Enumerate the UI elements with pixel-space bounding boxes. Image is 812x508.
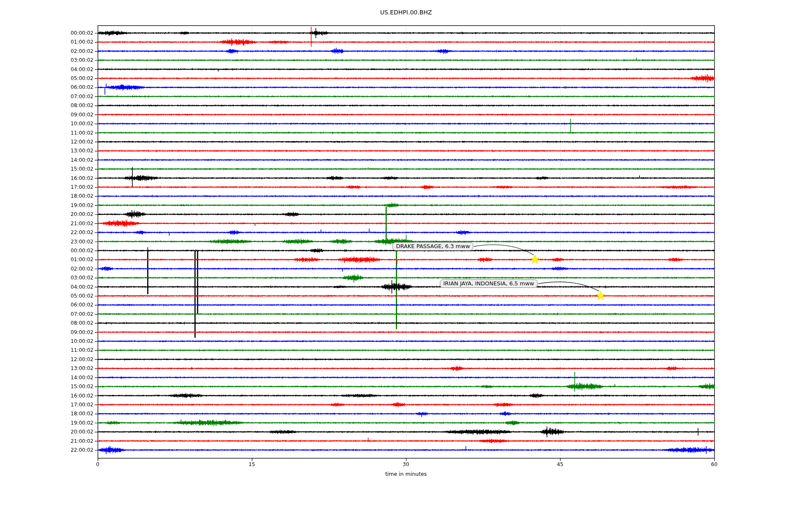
chart-title: US.EDHPI.00.BHZ [0,9,812,16]
y-tick-label: 00:00:02 [0,30,93,36]
y-tick-label: 04:00:02 [0,284,93,290]
y-tick-label: 09:00:02 [0,329,93,335]
x-tick-label: 45 [557,461,563,467]
y-tick-label: 13:00:02 [0,148,93,154]
y-tick-label: 20:00:02 [0,211,93,217]
x-tick-label: 15 [249,461,255,467]
y-tick-label: 08:00:02 [0,320,93,326]
y-tick-label: 06:00:02 [0,84,93,90]
y-tick-label: 02:00:02 [0,266,93,272]
y-tick-label: 15:00:02 [0,384,93,389]
y-tick-label: 18:00:02 [0,411,93,417]
y-tick-label: 01:00:02 [0,39,93,45]
y-tick-label: 17:00:02 [0,402,93,408]
y-tick-label: 19:00:02 [0,420,93,426]
event-annotation: DRAKE PASSAGE, 6.3 mww [392,242,473,251]
y-tick-label: 12:00:02 [0,139,93,145]
y-tick-label: 05:00:02 [0,75,93,81]
x-tick-label: 0 [96,461,99,467]
x-tick-label: 30 [403,461,409,467]
seismogram-figure: US.EDHPI.00.BHZ 00:00:0201:00:0202:00:02… [0,0,812,508]
y-tick-label: 17:00:02 [0,184,93,190]
y-tick-label: 18:00:02 [0,193,93,199]
y-tick-label: 14:00:02 [0,157,93,163]
y-tick-label: 07:00:02 [0,94,93,99]
y-tick-label: 12:00:02 [0,356,93,362]
y-tick-label: 04:00:02 [0,66,93,72]
x-axis-title: time in minutes [0,471,812,477]
y-tick-label: 03:00:02 [0,275,93,281]
y-tick-label: 22:00:02 [0,447,93,453]
y-tick-label: 02:00:02 [0,48,93,54]
y-tick-label: 08:00:02 [0,102,93,108]
y-tick-label: 03:00:02 [0,57,93,63]
y-tick-label: 10:00:02 [0,121,93,127]
y-tick-label: 07:00:02 [0,311,93,317]
y-tick-label: 16:00:02 [0,393,93,399]
y-tick-label: 21:00:02 [0,221,93,226]
y-tick-label: 00:00:02 [0,248,93,254]
x-tick-label: 60 [711,461,717,467]
y-tick-label: 19:00:02 [0,202,93,208]
y-tick-label: 21:00:02 [0,438,93,444]
y-tick-label: 20:00:02 [0,429,93,435]
y-tick-label: 15:00:02 [0,166,93,172]
y-tick-label: 23:00:02 [0,239,93,245]
y-tick-label: 06:00:02 [0,302,93,308]
seismogram-canvas [0,0,812,508]
y-tick-label: 10:00:02 [0,338,93,344]
y-tick-label: 14:00:02 [0,375,93,381]
y-tick-label: 11:00:02 [0,130,93,136]
y-tick-label: 11:00:02 [0,347,93,353]
y-tick-label: 13:00:02 [0,365,93,371]
y-tick-label: 22:00:02 [0,229,93,235]
y-tick-label: 05:00:02 [0,293,93,299]
y-tick-label: 16:00:02 [0,175,93,181]
y-tick-label: 01:00:02 [0,257,93,262]
event-annotation: IRIAN JAYA, INDONESIA, 6.5 mww [440,279,538,288]
y-tick-label: 09:00:02 [0,112,93,118]
